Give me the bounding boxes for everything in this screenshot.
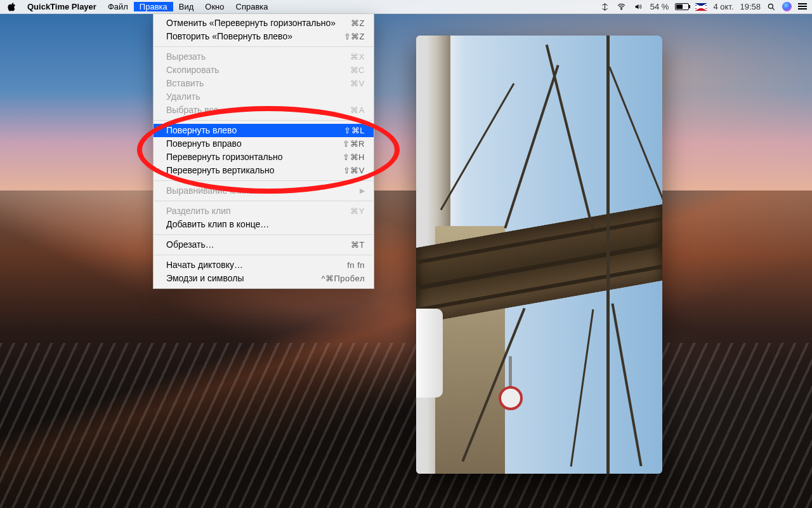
svg-point-1 [768,4,773,8]
menu-item: Выбрать все⌘A [154,104,374,117]
menu-item-label: Выбрать все [166,104,350,116]
video-frame [416,36,662,474]
menu-item-label: Выравнивание клипа [166,185,360,197]
menu-item[interactable]: Начать диктовку…fn fn [154,258,374,272]
menubar-time[interactable]: 19:58 [740,2,761,11]
menu-item[interactable]: Эмодзи и символы^⌘Пробел [154,272,374,285]
spotlight-icon[interactable] [767,3,776,11]
menu-item: Скопировать⌘C [154,64,374,77]
menu-item-label: Повернуть вправо [166,138,343,150]
menu-item-shortcut: ⇧⌘Z [344,30,365,43]
menu-item-label: Перевернуть вертикально [166,164,343,177]
menu-item-shortcut: ⌘Z [351,17,365,29]
menu-separator [154,180,373,181]
menu-item-shortcut: ^⌘Пробел [321,272,365,284]
menu-item-shortcut: fn fn [347,259,365,271]
battery-percent: 54 % [650,2,669,11]
menu-правка[interactable]: Правка [134,2,173,11]
app-name[interactable]: QuickTime Player [22,2,102,11]
apple-menu-icon[interactable] [8,3,22,11]
notification-center-icon[interactable] [798,3,807,10]
menu-item: Разделить клип⌘Y [154,204,374,218]
edit-menu-dropdown: Отменить «Перевернуть горизонтально»⌘ZПо… [153,14,374,289]
menu-item-label: Добавить клип в конце… [166,218,365,231]
battery-icon[interactable] [675,3,689,10]
display-mirroring-icon[interactable] [600,3,610,11]
menu-item-shortcut: ⌘A [350,104,365,116]
menubar-date[interactable]: 4 окт. [713,2,733,11]
menu-separator [154,234,373,235]
menubar: QuickTime Player ФайлПравкаВидОкноСправк… [0,0,812,14]
menu-item[interactable]: Отменить «Перевернуть горизонтально»⌘Z [154,17,374,30]
menu-item-shortcut: ⌘V [350,77,365,90]
input-source-flag-icon[interactable] [695,3,707,11]
menu-item-label: Разделить клип [166,205,350,217]
wifi-icon[interactable] [616,3,627,11]
menu-separator [154,255,373,255]
menu-separator [154,120,373,121]
menu-item: Вырезать⌘X [154,50,374,64]
menu-separator [154,46,373,47]
menu-item: Выравнивание клипа▶ [154,184,374,197]
menu-item[interactable]: Повернуть вправо⇧⌘R [154,137,374,150]
menu-item-label: Скопировать [166,64,350,76]
menu-item-label: Начать диктовку… [166,259,347,271]
quicktime-video-window[interactable] [416,36,662,474]
menu-item[interactable]: Перевернуть горизонтально⇧⌘H [154,150,374,164]
menu-item[interactable]: Перевернуть вертикально⇧⌘V [154,164,374,177]
menu-вид[interactable]: Вид [173,2,200,11]
menu-item-label: Вставить [166,77,350,90]
desktop-wallpaper [0,0,812,508]
menu-item: Вставить⌘V [154,77,374,90]
menu-item-shortcut: ⌘T [351,239,365,251]
menu-item-label: Вырезать [166,51,350,63]
volume-icon[interactable] [633,3,644,11]
chevron-right-icon: ▶ [360,185,365,197]
menu-окно[interactable]: Окно [199,2,230,11]
menu-item[interactable]: Обрезать…⌘T [154,238,374,251]
menu-item-shortcut: ⌘Y [350,205,365,217]
menu-item-label: Эмодзи и символы [166,272,321,284]
menu-item[interactable]: Повторить «Повернуть влево»⇧⌘Z [154,30,374,43]
svg-line-2 [772,8,774,10]
siri-icon[interactable] [782,2,792,11]
menu-item-label: Перевернуть горизонтально [166,151,343,163]
menu-item-shortcut: ⇧⌘H [343,151,365,163]
menu-файл[interactable]: Файл [102,2,134,11]
menu-справка[interactable]: Справка [230,2,274,11]
menu-item[interactable]: Повернуть влево⇧⌘L [154,124,374,137]
menu-item[interactable]: Добавить клип в конце… [154,218,374,231]
menu-item-shortcut: ⌘C [350,64,365,76]
menu-item-shortcut: ⌘X [350,51,365,63]
menu-item: Удалить [154,90,374,104]
menu-item-label: Отменить «Перевернуть горизонтально» [166,17,351,29]
menu-item-label: Повернуть влево [166,124,344,137]
menu-item-label: Удалить [166,91,365,103]
menu-item-shortcut: ⇧⌘L [344,124,365,137]
menu-item-label: Обрезать… [166,239,351,251]
svg-point-0 [621,9,622,10]
menu-item-shortcut: ⇧⌘V [343,164,365,177]
menu-separator [154,201,373,201]
menu-item-shortcut: ⇧⌘R [343,138,365,150]
menu-item-label: Повторить «Повернуть влево» [166,30,344,43]
